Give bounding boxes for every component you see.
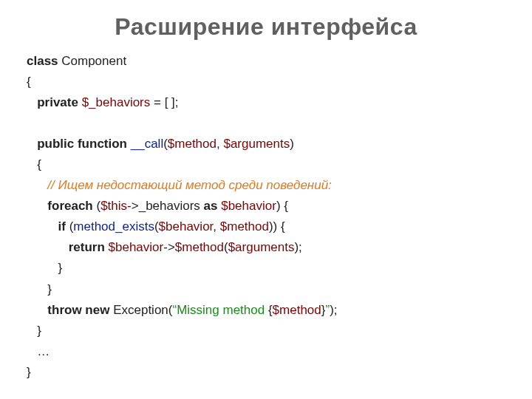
arrow: -> [127,199,139,213]
var-this: $this [100,199,127,213]
arg-arguments: $arguments [228,240,295,254]
comment-line: // Ищем недостающий метод среди поведени… [47,178,331,192]
arg-behavior: $behavior [159,219,214,233]
kw-private: private [37,95,78,109]
var-behavior: $behavior [109,240,164,254]
paren: ); [294,240,301,254]
kw-class: class [27,54,58,68]
brace-open: { [27,75,31,89]
kw-foreach: foreach [47,199,92,213]
kw-throw-new: throw new [47,303,109,317]
brace-open: ) { [276,199,288,213]
var-behavior: $behavior [221,199,276,213]
arrow: -> [163,240,175,254]
brace-close: } [58,261,63,275]
slide: Расширение интерфейса class Component { … [0,0,532,399]
paren: ( [66,219,73,233]
brace-close: } [27,365,31,379]
fn-method-exists: method_exists [73,219,154,233]
kw-as: as [200,199,221,213]
txt-assign: = [ ]; [150,95,178,109]
comma: , [213,219,219,233]
paren: ) [290,137,294,151]
paren: ); [330,303,337,317]
kw-if: if [58,219,66,233]
slide-title: Расширение интерфейса [27,13,505,41]
brace-close: } [47,282,52,296]
txt-classname: Component [58,54,127,68]
paren: ( [93,199,100,213]
code-block: class Component { private $_behaviors = … [27,51,505,383]
var-method: $method [273,303,321,317]
fn-call: __call [131,137,163,151]
ellipsis: … [37,344,50,358]
brace-open: { [37,157,41,171]
kw-public-function: public function [37,137,127,151]
arg-arguments: $arguments [223,137,290,151]
var-method: $method [175,240,224,254]
brace-open: )) { [269,219,285,233]
cls-exception: Exception( [113,303,172,317]
kw-return: return [69,240,105,254]
str-missing: “Missing method [172,303,267,317]
arg-method: $method [168,137,216,151]
prop-behaviors: _behaviors [139,199,200,213]
arg-method: $method [220,219,269,233]
brace-close: } [37,324,41,338]
var-behaviors: $_behaviors [82,95,151,109]
